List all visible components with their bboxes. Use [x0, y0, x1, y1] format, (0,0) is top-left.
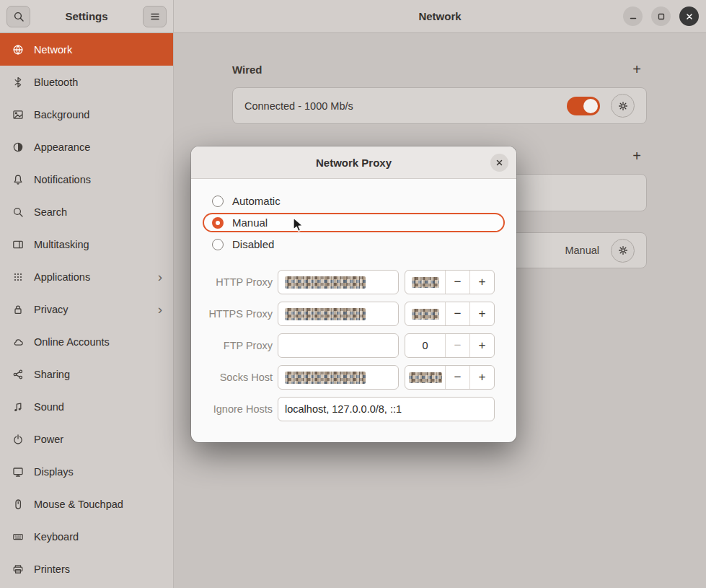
sidebar-item-label: Sound: [34, 401, 64, 413]
sidebar-item-multitasking[interactable]: Multitasking: [0, 228, 173, 260]
maximize-icon: [656, 12, 666, 22]
sidebar-item-label: Mouse & Touchpad: [34, 499, 123, 510]
sidebar-item-applications[interactable]: Applications ›: [0, 260, 173, 293]
sidebar-item-bluetooth[interactable]: Bluetooth: [0, 66, 173, 98]
proxy-settings-button[interactable]: [611, 239, 635, 263]
dialog-header: Network Proxy: [191, 146, 516, 179]
close-window-button[interactable]: [679, 6, 699, 26]
sidebar-item-label: Notifications: [34, 174, 91, 185]
http-proxy-label: HTTP Proxy: [191, 270, 273, 294]
socks-port-spinner: − +: [405, 365, 495, 390]
bluetooth-icon: [12, 76, 24, 88]
vpn-add-button[interactable]: +: [627, 146, 647, 165]
increment-button[interactable]: +: [469, 366, 494, 389]
decrement-button[interactable]: −: [445, 302, 469, 325]
radio-row-automatic[interactable]: Automatic: [203, 191, 505, 211]
radio-button-icon: [212, 196, 224, 207]
http-proxy-input[interactable]: [278, 270, 399, 294]
ftp-proxy-row: FTP Proxy 0 − +: [191, 333, 516, 358]
sidebar-item-label: Background: [34, 109, 89, 120]
socks-host-row: Socks Host − +: [191, 365, 516, 390]
sidebar-item-mouse-touchpad[interactable]: Mouse & Touchpad: [0, 488, 173, 520]
redacted-value: [285, 276, 366, 289]
menu-button[interactable]: [143, 6, 167, 27]
radio-row-disabled[interactable]: Disabled: [203, 234, 505, 254]
sidebar-item-appearance[interactable]: Appearance: [0, 131, 173, 163]
sidebar-item-keyboard[interactable]: Keyboard: [0, 520, 173, 553]
sidebar-item-label: Keyboard: [34, 531, 79, 543]
redacted-value: [285, 372, 366, 384]
socks-host-input[interactable]: [278, 365, 399, 390]
search-icon: [12, 206, 24, 218]
ftp-proxy-input[interactable]: [278, 333, 399, 358]
sidebar-item-sharing[interactable]: Sharing: [0, 358, 173, 390]
appearance-icon: [12, 141, 24, 153]
ftp-port-value[interactable]: 0: [405, 334, 445, 357]
increment-button[interactable]: +: [469, 334, 494, 357]
ignore-hosts-label: Ignore Hosts: [191, 397, 273, 421]
sidebar-item-online-accounts[interactable]: Online Accounts: [0, 325, 173, 358]
proxy-mode-group: Automatic Manual Disabled: [203, 191, 505, 256]
radio-row-manual[interactable]: Manual: [203, 213, 505, 232]
decrement-button[interactable]: −: [445, 271, 469, 294]
sidebar-item-label: Printers: [34, 563, 70, 575]
sidebar-item-background[interactable]: Background: [0, 98, 173, 131]
keyboard-icon: [12, 531, 24, 543]
minimize-button[interactable]: [623, 6, 643, 26]
wired-settings-button[interactable]: [611, 94, 635, 118]
cloud-icon: [12, 336, 24, 348]
sidebar: Network Bluetooth Background Appearance …: [0, 33, 174, 588]
sidebar-item-label: Bluetooth: [34, 76, 78, 88]
chevron-right-icon: ›: [158, 302, 162, 316]
redacted-value: [412, 277, 439, 288]
increment-button[interactable]: +: [469, 271, 494, 294]
increment-button[interactable]: +: [469, 302, 494, 325]
sidebar-item-label: Search: [34, 206, 67, 218]
background-icon: [12, 109, 24, 120]
http-port-spinner: − +: [405, 270, 495, 294]
dialog-close-button[interactable]: [490, 154, 508, 172]
sidebar-item-notifications[interactable]: Notifications: [0, 163, 173, 196]
redacted-value: [285, 308, 366, 320]
sidebar-item-search[interactable]: Search: [0, 196, 173, 228]
https-port-value[interactable]: [405, 302, 445, 325]
bell-icon: [12, 174, 24, 185]
https-proxy-label: HTTPS Proxy: [191, 302, 273, 326]
sidebar-item-sound[interactable]: Sound: [0, 390, 173, 423]
sidebar-titlebar: Settings: [0, 0, 174, 33]
socks-port-value[interactable]: [405, 366, 445, 389]
wired-status: Connected - 1000 Mb/s: [244, 100, 353, 112]
network-icon: [12, 44, 24, 56]
http-proxy-row: HTTP Proxy − +: [191, 270, 516, 294]
sidebar-item-label: Sharing: [34, 369, 70, 380]
sidebar-item-displays[interactable]: Displays: [0, 455, 173, 488]
decrement-button[interactable]: −: [445, 334, 469, 357]
titlebar: Settings Network: [0, 0, 706, 33]
gear-icon: [617, 100, 629, 112]
sidebar-item-label: Privacy: [34, 304, 69, 315]
redacted-value: [409, 372, 442, 383]
decrement-button[interactable]: −: [445, 366, 469, 389]
sidebar-item-privacy[interactable]: Privacy ›: [0, 293, 173, 325]
dialog-title: Network Proxy: [316, 157, 392, 169]
redacted-value: [412, 309, 439, 320]
https-proxy-row: HTTPS Proxy − +: [191, 302, 516, 326]
ignore-hosts-input[interactable]: localhost, 127.0.0.0/8, ::1: [278, 397, 495, 421]
search-button[interactable]: [6, 6, 30, 27]
maximize-button[interactable]: [651, 6, 671, 26]
sidebar-item-network[interactable]: Network: [0, 33, 173, 66]
http-port-value[interactable]: [405, 271, 445, 294]
close-icon: [684, 12, 694, 22]
radio-label: Disabled: [232, 238, 274, 250]
music-note-icon: [12, 401, 24, 413]
https-proxy-input[interactable]: [278, 302, 399, 326]
window-controls: [623, 6, 699, 26]
wired-add-button[interactable]: +: [627, 60, 647, 79]
sidebar-item-power[interactable]: Power: [0, 423, 173, 455]
https-port-spinner: − +: [405, 302, 495, 326]
wired-toggle[interactable]: [567, 97, 600, 115]
lock-icon: [12, 304, 24, 315]
radio-label: Automatic: [232, 195, 281, 207]
ignore-hosts-row: Ignore Hosts localhost, 127.0.0.0/8, ::1: [191, 397, 516, 421]
sidebar-item-printers[interactable]: Printers: [0, 553, 173, 585]
